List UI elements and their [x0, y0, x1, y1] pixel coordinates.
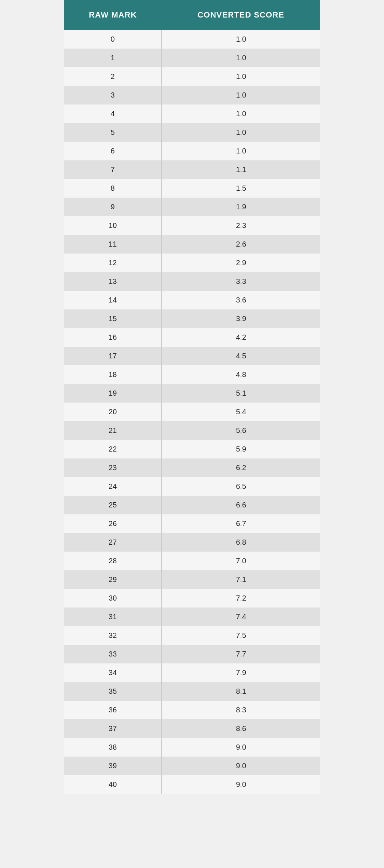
- converted-score-cell: 6.5: [162, 477, 320, 496]
- raw-mark-cell: 9: [64, 198, 162, 216]
- table-row: 409.0: [64, 775, 320, 794]
- table-row: 205.4: [64, 403, 320, 421]
- converted-score-cell: 1.1: [162, 160, 320, 179]
- raw-mark-cell: 36: [64, 701, 162, 719]
- raw-mark-cell: 11: [64, 235, 162, 254]
- raw-mark-cell: 8: [64, 179, 162, 198]
- converted-score-cell: 6.6: [162, 496, 320, 514]
- table-row: 153.9: [64, 309, 320, 328]
- score-table-container: RAW MARK CONVERTED SCORE 01.011.021.031.…: [64, 0, 320, 794]
- table-row: 215.6: [64, 421, 320, 440]
- raw-mark-cell: 21: [64, 421, 162, 440]
- table-row: 317.4: [64, 608, 320, 626]
- converted-score-cell: 7.2: [162, 589, 320, 608]
- raw-mark-cell: 32: [64, 626, 162, 645]
- raw-mark-cell: 0: [64, 30, 162, 49]
- converted-score-cell: 1.5: [162, 179, 320, 198]
- converted-score-cell: 9.0: [162, 757, 320, 775]
- converted-score-cell: 7.9: [162, 663, 320, 682]
- table-row: 164.2: [64, 328, 320, 347]
- raw-mark-cell: 22: [64, 440, 162, 458]
- converted-score-cell: 7.0: [162, 552, 320, 570]
- converted-score-cell: 1.0: [162, 86, 320, 104]
- raw-mark-cell: 4: [64, 104, 162, 123]
- raw-mark-cell: 38: [64, 738, 162, 757]
- raw-mark-cell: 40: [64, 775, 162, 794]
- table-row: 236.2: [64, 458, 320, 477]
- raw-mark-cell: 25: [64, 496, 162, 514]
- converted-score-cell: 1.0: [162, 104, 320, 123]
- converted-score-cell: 2.6: [162, 235, 320, 254]
- table-row: 358.1: [64, 682, 320, 701]
- table-row: 184.8: [64, 365, 320, 384]
- raw-mark-cell: 13: [64, 272, 162, 291]
- table-row: 246.5: [64, 477, 320, 496]
- table-row: 133.3: [64, 272, 320, 291]
- raw-mark-cell: 33: [64, 645, 162, 663]
- raw-mark-cell: 35: [64, 682, 162, 701]
- raw-mark-cell: 37: [64, 719, 162, 738]
- converted-score-cell: 8.1: [162, 682, 320, 701]
- raw-mark-header: RAW MARK: [64, 0, 162, 30]
- raw-mark-cell: 15: [64, 309, 162, 328]
- raw-mark-cell: 28: [64, 552, 162, 570]
- converted-score-cell: 4.5: [162, 347, 320, 365]
- converted-score-cell: 1.0: [162, 49, 320, 67]
- table-row: 81.5: [64, 179, 320, 198]
- raw-mark-cell: 39: [64, 757, 162, 775]
- converted-score-cell: 2.9: [162, 254, 320, 272]
- table-row: 71.1: [64, 160, 320, 179]
- raw-mark-cell: 23: [64, 458, 162, 477]
- raw-mark-cell: 5: [64, 123, 162, 142]
- raw-mark-cell: 24: [64, 477, 162, 496]
- table-row: 297.1: [64, 570, 320, 589]
- table-row: 174.5: [64, 347, 320, 365]
- converted-score-cell: 7.7: [162, 645, 320, 663]
- converted-score-cell: 9.0: [162, 738, 320, 757]
- converted-score-header: CONVERTED SCORE: [162, 0, 320, 30]
- table-row: 51.0: [64, 123, 320, 142]
- table-row: 307.2: [64, 589, 320, 608]
- raw-mark-cell: 26: [64, 514, 162, 533]
- table-row: 102.3: [64, 216, 320, 235]
- table-row: 225.9: [64, 440, 320, 458]
- converted-score-cell: 6.7: [162, 514, 320, 533]
- converted-score-cell: 7.4: [162, 608, 320, 626]
- converted-score-cell: 3.6: [162, 291, 320, 309]
- converted-score-cell: 4.2: [162, 328, 320, 347]
- raw-mark-cell: 18: [64, 365, 162, 384]
- converted-score-cell: 7.1: [162, 570, 320, 589]
- converted-score-cell: 6.2: [162, 458, 320, 477]
- raw-mark-cell: 7: [64, 160, 162, 179]
- raw-mark-cell: 16: [64, 328, 162, 347]
- table-row: 112.6: [64, 235, 320, 254]
- table-row: 368.3: [64, 701, 320, 719]
- table-row: 389.0: [64, 738, 320, 757]
- converted-score-cell: 9.0: [162, 775, 320, 794]
- converted-score-cell: 5.9: [162, 440, 320, 458]
- table-row: 21.0: [64, 67, 320, 86]
- converted-score-cell: 1.0: [162, 30, 320, 49]
- converted-score-cell: 5.6: [162, 421, 320, 440]
- score-table: RAW MARK CONVERTED SCORE 01.011.021.031.…: [64, 0, 320, 794]
- table-row: 337.7: [64, 645, 320, 663]
- converted-score-cell: 1.0: [162, 123, 320, 142]
- raw-mark-cell: 14: [64, 291, 162, 309]
- converted-score-cell: 1.0: [162, 67, 320, 86]
- raw-mark-cell: 30: [64, 589, 162, 608]
- table-row: 122.9: [64, 254, 320, 272]
- raw-mark-cell: 20: [64, 403, 162, 421]
- converted-score-cell: 1.9: [162, 198, 320, 216]
- converted-score-cell: 6.8: [162, 533, 320, 552]
- table-header-row: RAW MARK CONVERTED SCORE: [64, 0, 320, 30]
- raw-mark-cell: 27: [64, 533, 162, 552]
- table-row: 256.6: [64, 496, 320, 514]
- converted-score-cell: 8.6: [162, 719, 320, 738]
- converted-score-cell: 3.3: [162, 272, 320, 291]
- table-row: 01.0: [64, 30, 320, 49]
- converted-score-cell: 7.5: [162, 626, 320, 645]
- raw-mark-cell: 3: [64, 86, 162, 104]
- raw-mark-cell: 2: [64, 67, 162, 86]
- raw-mark-cell: 6: [64, 142, 162, 160]
- converted-score-cell: 2.3: [162, 216, 320, 235]
